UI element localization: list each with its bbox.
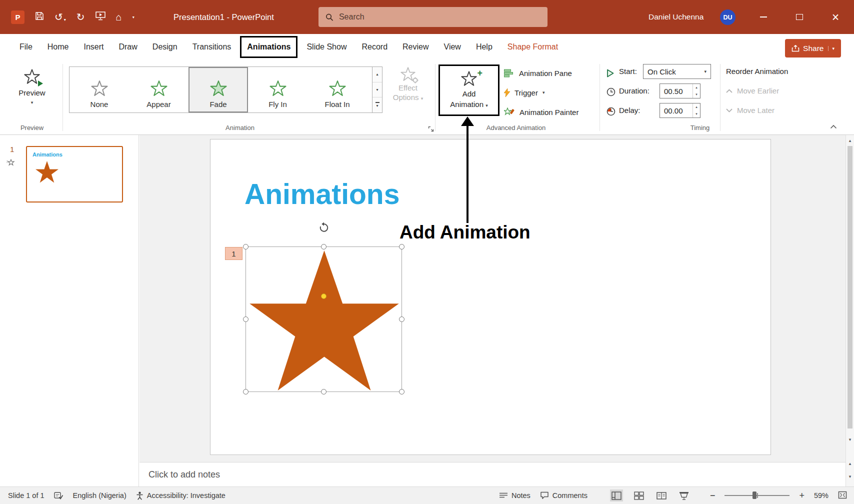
- customize-qat-chevron-icon[interactable]: ▾: [132, 15, 134, 20]
- start-dropdown[interactable]: On Click ▾: [643, 64, 711, 79]
- start-slideshow-button[interactable]: [96, 12, 106, 22]
- animation-fly-in[interactable]: Fly In: [248, 67, 308, 112]
- minimize-button[interactable]: [751, 0, 776, 34]
- animation-dialog-launcher[interactable]: [428, 125, 434, 134]
- selection-handle[interactable]: [399, 244, 404, 250]
- slideshow-view-button[interactable]: [678, 490, 690, 502]
- shape-adjust-handle[interactable]: [321, 294, 326, 299]
- effect-options-button[interactable]: Effect Options ▾: [386, 67, 430, 102]
- share-button[interactable]: Share ▾: [785, 39, 841, 58]
- fit-to-window-button[interactable]: [838, 491, 847, 500]
- spin-down-icon: ▾: [693, 110, 700, 118]
- collapse-ribbon-button[interactable]: [830, 122, 837, 131]
- slide-sorter-icon: [634, 492, 644, 500]
- tab-review[interactable]: Review: [395, 34, 436, 60]
- scrollbar-thumb[interactable]: [848, 146, 852, 428]
- animation-float-in[interactable]: Float In: [308, 67, 367, 112]
- zoom-in-button[interactable]: +: [799, 490, 804, 501]
- save-button[interactable]: [35, 12, 44, 22]
- chevron-down-icon: ▾: [64, 18, 66, 22]
- notes-pane[interactable]: Click to add notes: [140, 462, 846, 486]
- reading-view-button[interactable]: [655, 490, 668, 502]
- scroll-down-button[interactable]: ▾: [846, 435, 854, 444]
- animation-pane-button[interactable]: Animation Pane: [504, 66, 572, 80]
- move-later-button[interactable]: Move Later: [726, 106, 774, 114]
- tab-file[interactable]: File: [12, 34, 40, 60]
- maximize-icon: [796, 14, 803, 20]
- rotate-handle[interactable]: [318, 222, 330, 234]
- notes-toggle-button[interactable]: Notes: [499, 492, 530, 500]
- undo-button[interactable]: ↺ ▾: [54, 12, 66, 22]
- animation-appear[interactable]: Appear: [129, 67, 188, 112]
- slide-sorter-view-button[interactable]: [632, 490, 646, 502]
- comments-button[interactable]: Comments: [540, 492, 588, 500]
- vertical-scrollbar[interactable]: ▴ ▾ ▴ ▾: [846, 135, 854, 486]
- selection-handle[interactable]: [399, 389, 404, 394]
- previous-slide-button[interactable]: ▴: [846, 459, 854, 468]
- maximize-button[interactable]: [787, 0, 812, 34]
- move-later-label: Move Later: [737, 106, 774, 114]
- zoom-slider-thumb[interactable]: [752, 492, 756, 499]
- play-animations-indicator-icon[interactable]: [6, 159, 15, 168]
- animation-painter-button[interactable]: Animation Painter: [504, 105, 578, 119]
- spell-check-button[interactable]: [54, 492, 64, 500]
- trigger-button[interactable]: Trigger ▾: [504, 86, 545, 100]
- animation-order-badge[interactable]: 1: [225, 247, 242, 260]
- tab-slide-show[interactable]: Slide Show: [299, 34, 354, 60]
- chevron-up-icon: [830, 124, 837, 129]
- duration-spinner[interactable]: ▴▾: [692, 84, 700, 98]
- tab-transitions[interactable]: Transitions: [185, 34, 239, 60]
- group-divider: [720, 64, 720, 131]
- chevron-down-icon[interactable]: ▾: [828, 46, 834, 51]
- tab-home[interactable]: Home: [40, 34, 76, 60]
- tab-help[interactable]: Help: [468, 34, 500, 60]
- notes-placeholder: Click to add notes: [148, 470, 220, 480]
- gallery-scroll-buttons: ▴ ▾ ▾: [372, 66, 382, 113]
- animation-none[interactable]: None: [70, 67, 129, 112]
- tab-design[interactable]: Design: [145, 34, 185, 60]
- reorder-animation-label: Reorder Animation: [726, 67, 788, 76]
- zoom-out-button[interactable]: −: [710, 490, 716, 501]
- selection-handle[interactable]: [321, 244, 326, 250]
- tab-draw[interactable]: Draw: [111, 34, 144, 60]
- slide-1-thumbnail[interactable]: Animations: [26, 146, 123, 202]
- selection-handle[interactable]: [243, 316, 248, 322]
- redo-button[interactable]: ↻: [76, 12, 85, 22]
- gallery-more-button[interactable]: ▾: [372, 98, 382, 112]
- close-button[interactable]: ×: [823, 0, 848, 34]
- home-button[interactable]: ⌂: [116, 12, 122, 22]
- selection-handle[interactable]: [243, 244, 248, 250]
- language-button[interactable]: English (Nigeria): [73, 492, 126, 500]
- tab-record[interactable]: Record: [354, 34, 395, 60]
- zoom-slider[interactable]: [724, 495, 790, 496]
- delay-spinner[interactable]: ▴▾: [692, 104, 700, 118]
- account-name[interactable]: Daniel Uchenna: [648, 0, 704, 34]
- accessibility-button[interactable]: Accessibility: Investigate: [136, 492, 226, 500]
- tab-shape-format[interactable]: Shape Format: [500, 34, 566, 60]
- selection-handle[interactable]: [243, 389, 248, 394]
- tab-animations[interactable]: Animations: [240, 36, 298, 58]
- tab-view[interactable]: View: [436, 34, 468, 60]
- search-input[interactable]: [339, 12, 540, 22]
- normal-view-button[interactable]: [610, 490, 623, 502]
- star-shape[interactable]: [246, 250, 402, 392]
- preview-button[interactable]: Preview ▾: [8, 64, 56, 121]
- gallery-scroll-down-button[interactable]: ▾: [372, 82, 382, 98]
- selection-handle[interactable]: [321, 389, 326, 394]
- slide-title-text[interactable]: Animations: [244, 178, 400, 210]
- tab-insert[interactable]: Insert: [76, 34, 111, 60]
- zoom-level[interactable]: 59%: [814, 492, 828, 500]
- shape-selection-box[interactable]: 1: [246, 246, 402, 392]
- scroll-up-button[interactable]: ▴: [846, 136, 854, 145]
- gallery-scroll-up-button[interactable]: ▴: [372, 67, 382, 82]
- animation-fade[interactable]: Fade: [188, 67, 248, 112]
- selection-handle[interactable]: [399, 316, 404, 322]
- avatar[interactable]: DU: [720, 10, 736, 25]
- document-title: Presentation1 - PowerPoint: [174, 0, 274, 34]
- move-earlier-button[interactable]: Move Earlier: [726, 86, 779, 95]
- slide-canvas[interactable]: Animations 1: [210, 139, 771, 455]
- duration-input[interactable]: 00.50 ▴▾: [660, 84, 700, 98]
- delay-input[interactable]: 00.00 ▴▾: [660, 103, 700, 118]
- search-box[interactable]: [318, 7, 548, 27]
- next-slide-button[interactable]: ▾: [846, 472, 854, 481]
